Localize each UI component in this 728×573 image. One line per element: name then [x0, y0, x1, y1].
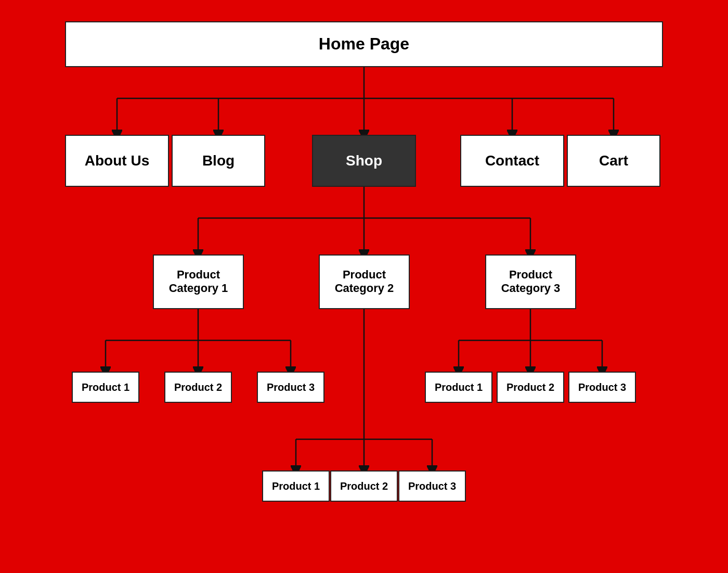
cat3-product2-node[interactable]: Product 2: [497, 372, 564, 403]
shop-node[interactable]: Shop: [312, 135, 416, 187]
cat1-p3-label: Product 3: [267, 381, 315, 393]
cat1-p2-label: Product 2: [174, 381, 222, 393]
about-label: About Us: [85, 152, 149, 170]
product-category-3-node[interactable]: Product Category 3: [485, 254, 576, 309]
cat2-p3-label: Product 3: [408, 480, 456, 492]
cat3-product3-node[interactable]: Product 3: [568, 372, 636, 403]
cat2-product2-node[interactable]: Product 2: [330, 470, 398, 502]
contact-node[interactable]: Contact: [460, 135, 564, 187]
contact-label: Contact: [485, 152, 539, 170]
cat1-product3-node[interactable]: Product 3: [257, 372, 324, 403]
cat2-product1-node[interactable]: Product 1: [262, 470, 330, 502]
home-page-node: Home Page: [65, 21, 663, 67]
cart-node[interactable]: Cart: [567, 135, 660, 187]
cat1-p1-label: Product 1: [82, 381, 129, 393]
cat3-p3-label: Product 3: [578, 381, 626, 393]
cat3-p2-label: Product 2: [506, 381, 554, 393]
shop-label: Shop: [346, 152, 382, 170]
cat2-label: Product Category 2: [335, 268, 394, 296]
cat3-product1-node[interactable]: Product 1: [425, 372, 492, 403]
cat2-p2-label: Product 2: [340, 480, 388, 492]
cat3-p1-label: Product 1: [435, 381, 483, 393]
cat2-product3-node[interactable]: Product 3: [398, 470, 466, 502]
blog-label: Blog: [202, 152, 235, 170]
cat1-product2-node[interactable]: Product 2: [164, 372, 232, 403]
about-us-node[interactable]: About Us: [65, 135, 169, 187]
cat1-label: Product Category 1: [169, 268, 228, 296]
cat3-label: Product Category 3: [501, 268, 561, 296]
cat2-p1-label: Product 1: [272, 480, 320, 492]
product-category-2-node[interactable]: Product Category 2: [319, 254, 410, 309]
blog-node[interactable]: Blog: [172, 135, 265, 187]
home-label: Home Page: [319, 34, 409, 54]
product-category-1-node[interactable]: Product Category 1: [153, 254, 244, 309]
cat1-product1-node[interactable]: Product 1: [72, 372, 139, 403]
cart-label: Cart: [599, 152, 628, 170]
